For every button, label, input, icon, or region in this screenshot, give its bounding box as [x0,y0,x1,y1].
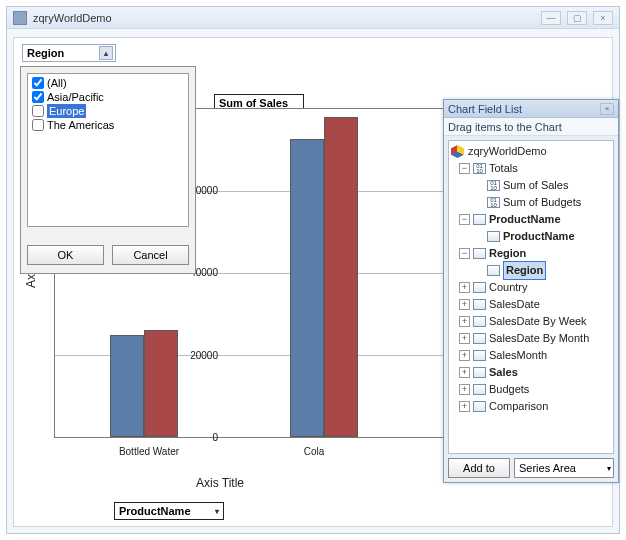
tree-node-sum-of-budgets[interactable]: 0110 Sum of Budgets [449,194,613,211]
checkbox[interactable] [32,77,44,89]
tree-root[interactable]: zqryWorldDemo [449,143,613,160]
tree-node-productname-field[interactable]: ProductName [449,228,613,245]
field-icon [473,333,486,344]
bar-cola-s2[interactable] [324,117,358,437]
expand-icon[interactable]: + [459,316,470,327]
region-option-asia-pacific[interactable]: Asia/Pacific [32,90,184,104]
tree-node-region-field[interactable]: Region [449,262,613,279]
field-icon [473,248,486,259]
tree-node-country[interactable]: + Country [449,279,613,296]
maximize-button[interactable]: ▢ [567,11,587,25]
checkbox[interactable] [32,91,44,103]
tree-node-totals[interactable]: − 0110 Totals [449,160,613,177]
expand-icon[interactable]: + [459,384,470,395]
measure-icon: 0110 [487,180,500,191]
expand-icon[interactable]: + [459,367,470,378]
region-option-the-americas[interactable]: The Americas [32,118,184,132]
tree-node-salesmonth[interactable]: + SalesMonth [449,347,613,364]
close-icon[interactable]: × [600,103,614,115]
field-icon [473,214,486,225]
field-icon [473,282,486,293]
app-icon [13,11,27,25]
tree-node-salesdate[interactable]: + SalesDate [449,296,613,313]
field-icon [473,384,486,395]
region-dropdown[interactable]: Region ▴ [22,44,116,62]
expand-icon[interactable]: + [459,350,470,361]
category-label: Bottled Water [109,446,189,457]
checkbox[interactable] [32,105,44,117]
field-icon [487,231,500,242]
field-icon [473,367,486,378]
tree-node-salesdate-month[interactable]: + SalesDate By Month [449,330,613,347]
expand-icon[interactable]: + [459,299,470,310]
area-combo[interactable]: Series Area ▾ [514,458,614,478]
field-tree: zqryWorldDemo − 0110 Totals 0110 Sum of … [448,140,614,454]
field-icon [487,265,500,276]
chevron-down-icon: ▾ [607,464,611,473]
region-filter-list: (All) Asia/Pacific Europe The Americas [27,73,189,227]
collapse-icon[interactable]: − [459,214,470,225]
add-to-button[interactable]: Add to [448,458,510,478]
tree-node-salesdate-week[interactable]: + SalesDate By Week [449,313,613,330]
field-icon [473,350,486,361]
area-combo-value: Series Area [519,462,576,474]
productname-dropdown[interactable]: ProductName ▾ [114,502,224,520]
tree-node-comparison[interactable]: + Comparison [449,398,613,415]
ok-button[interactable]: OK [27,245,104,265]
chart-field-list-subtitle: Drag items to the Chart [444,118,618,136]
collapse-icon[interactable]: − [459,163,470,174]
bar-bottled-water-s1[interactable] [110,335,144,437]
cube-icon [451,145,464,158]
y-tick: 0 [182,432,218,443]
tree-node-sum-of-sales[interactable]: 0110 Sum of Sales [449,177,613,194]
cancel-button[interactable]: Cancel [112,245,189,265]
tree-node-productname-group[interactable]: − ProductName [449,211,613,228]
close-button[interactable]: × [593,11,613,25]
bar-cola-s1[interactable] [290,139,324,437]
region-dropdown-label: Region [27,47,64,59]
expand-icon[interactable]: + [459,401,470,412]
field-icon [473,316,486,327]
field-icon [473,401,486,412]
expand-icon[interactable]: + [459,282,470,293]
totals-icon: 0110 [473,163,486,174]
titlebar: zqryWorldDemo — ▢ × [7,7,619,29]
region-option-all[interactable]: (All) [32,76,184,90]
chevron-down-icon: ▾ [215,507,219,516]
minimize-button[interactable]: — [541,11,561,25]
tree-node-sales[interactable]: + Sales [449,364,613,381]
x-axis-title: Axis Title [196,476,244,490]
measure-icon: 0110 [487,197,500,208]
window-title: zqryWorldDemo [33,12,535,24]
expand-icon[interactable]: + [459,333,470,344]
collapse-icon[interactable]: − [459,248,470,259]
region-filter-popup: (All) Asia/Pacific Europe The Americas O… [20,66,196,274]
region-option-europe[interactable]: Europe [32,104,184,118]
tree-node-region-group[interactable]: − Region [449,245,613,262]
tree-node-budgets[interactable]: + Budgets [449,381,613,398]
category-label: Cola [284,446,344,457]
chevron-up-icon: ▴ [99,46,113,60]
app-window: zqryWorldDemo — ▢ × Region ▴ Sum of Sale… [6,6,620,534]
productname-dropdown-label: ProductName [119,505,191,517]
y-tick: 20000 [182,350,218,361]
checkbox[interactable] [32,119,44,131]
field-icon [473,299,486,310]
bar-bottled-water-s2[interactable] [144,330,178,437]
chart-field-list-panel: Chart Field List × Drag items to the Cha… [443,99,619,483]
chart-field-list-title[interactable]: Chart Field List × [444,100,618,118]
